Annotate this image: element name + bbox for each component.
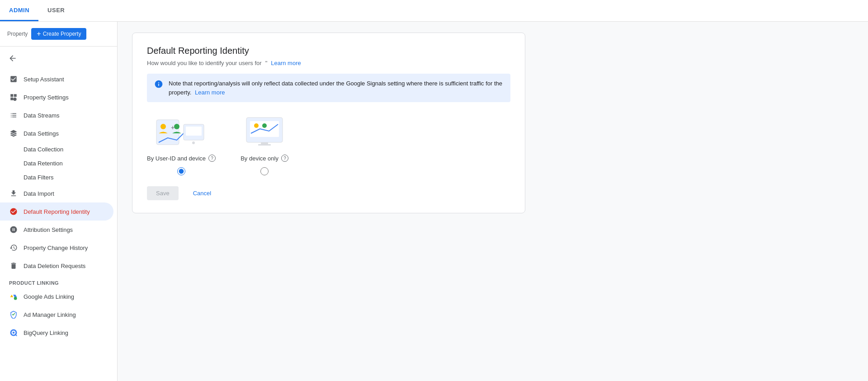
- help-icon-user-id-device[interactable]: ?: [208, 155, 216, 162]
- data-retention-label: Data Retention: [24, 160, 63, 167]
- action-row: Save Cancel: [147, 186, 510, 200]
- subtitle-quote: ": [265, 60, 268, 66]
- sidebar-item-setup-assistant[interactable]: Setup Assistant: [0, 70, 113, 88]
- identity-icon: [9, 207, 18, 216]
- help-icon-device-only[interactable]: ?: [281, 155, 288, 162]
- data-settings-label: Data Settings: [24, 130, 59, 137]
- subtitle-text: How would you like to identify your user…: [147, 60, 262, 66]
- layers-icon: [9, 129, 18, 138]
- info-banner: Note that reporting/analysis will only r…: [147, 74, 510, 102]
- top-nav: ADMIN USER: [0, 0, 868, 22]
- ad-manager-icon: [9, 310, 18, 319]
- sidebar-item-data-settings[interactable]: Data Settings: [0, 124, 113, 142]
- sidebar-item-property-settings[interactable]: Property Settings: [0, 88, 113, 106]
- illustration-device-only: [237, 113, 292, 149]
- main-content: Default Reporting Identity How would you…: [118, 22, 868, 381]
- default-reporting-identity-label: Default Reporting Identity: [24, 208, 90, 215]
- svg-rect-17: [258, 144, 271, 146]
- option-label-device-only: By device only ?: [241, 155, 288, 162]
- card-subtitle: How would you like to identify your user…: [147, 60, 510, 66]
- data-deletion-requests-label: Data Deletion Requests: [24, 263, 85, 269]
- google-ads-linking-label: Google Ads Linking: [24, 293, 74, 300]
- setup-assistant-label: Setup Assistant: [24, 76, 64, 83]
- tab-user[interactable]: USER: [38, 0, 74, 21]
- streams-icon: [9, 111, 18, 120]
- layout: Property + Create Property Setup Assista…: [0, 22, 868, 381]
- data-filters-label: Data Filters: [24, 174, 53, 181]
- property-label: Property: [7, 31, 28, 37]
- info-banner-text: Note that reporting/analysis will only r…: [169, 79, 503, 97]
- product-linking-section-label: PRODUCT LINKING: [0, 275, 117, 287]
- radio-device-only[interactable]: [260, 167, 269, 175]
- plus-icon: +: [37, 30, 41, 38]
- radio-input-user-id-device[interactable]: [177, 167, 185, 175]
- svg-rect-16: [261, 142, 268, 144]
- learn-more-link[interactable]: Learn more: [271, 60, 301, 66]
- upload-icon: [9, 189, 18, 198]
- option-label-user-id-device: By User-ID and device ?: [147, 155, 216, 162]
- svg-point-14: [254, 123, 259, 128]
- save-button[interactable]: Save: [147, 186, 179, 200]
- sidebar-item-data-streams[interactable]: Data Streams: [0, 106, 113, 124]
- google-ads-icon: [9, 292, 18, 301]
- cancel-button[interactable]: Cancel: [184, 186, 220, 200]
- info-icon: [154, 80, 163, 91]
- sidebar-sub-item-data-filters[interactable]: Data Filters: [0, 170, 113, 184]
- svg-point-11: [192, 141, 195, 144]
- illustration-user-id-device: +: [154, 113, 208, 149]
- card-title: Default Reporting Identity: [147, 46, 249, 56]
- info-banner-learn-more-link[interactable]: Learn more: [195, 89, 225, 96]
- delete-icon: [9, 261, 18, 270]
- option-device-only[interactable]: By device only ?: [237, 113, 292, 175]
- sidebar-property-header: Property + Create Property: [0, 22, 117, 47]
- back-arrow-icon: [8, 54, 17, 63]
- svg-line-4: [15, 334, 17, 336]
- svg-rect-10: [186, 127, 202, 136]
- svg-text:+: +: [171, 124, 175, 131]
- options-row: + By User-ID and d: [147, 113, 510, 175]
- svg-point-0: [14, 297, 17, 300]
- ad-manager-linking-label: Ad Manager Linking: [24, 311, 76, 318]
- sidebar-item-attribution-settings[interactable]: Attribution Settings: [0, 221, 113, 239]
- bigquery-icon: [9, 328, 18, 337]
- svg-point-15: [262, 123, 267, 128]
- data-streams-label: Data Streams: [24, 112, 59, 119]
- sidebar-item-google-ads-linking[interactable]: Google Ads Linking: [0, 287, 113, 306]
- content-card: Default Reporting Identity How would you…: [132, 33, 525, 213]
- attribution-icon: [9, 225, 18, 234]
- sidebar-item-default-reporting-identity[interactable]: Default Reporting Identity: [0, 202, 113, 221]
- settings-icon: [9, 93, 18, 102]
- sidebar-item-ad-manager-linking[interactable]: Ad Manager Linking: [0, 306, 113, 324]
- sidebar-item-property-change-history[interactable]: Property Change History: [0, 239, 113, 257]
- radio-input-device-only[interactable]: [260, 167, 269, 175]
- svg-point-3: [13, 332, 15, 334]
- history-icon: [9, 243, 18, 252]
- sidebar-item-bigquery-linking[interactable]: BigQuery Linking: [0, 324, 113, 342]
- sidebar-item-data-import[interactable]: Data Import: [0, 184, 113, 202]
- data-import-label: Data Import: [24, 190, 54, 197]
- svg-point-6: [160, 124, 166, 129]
- checklist-icon: [9, 75, 18, 84]
- sidebar-item-data-deletion-requests[interactable]: Data Deletion Requests: [0, 257, 113, 275]
- svg-point-8: [174, 124, 179, 129]
- create-property-label: Create Property: [43, 31, 81, 37]
- data-collection-label: Data Collection: [24, 146, 63, 153]
- back-button[interactable]: [5, 50, 21, 66]
- sidebar: Property + Create Property Setup Assista…: [0, 22, 118, 381]
- option-user-id-device[interactable]: + By User-ID and d: [147, 113, 216, 175]
- property-settings-label: Property Settings: [24, 94, 69, 101]
- sidebar-sub-item-data-collection[interactable]: Data Collection: [0, 142, 113, 156]
- tab-admin[interactable]: ADMIN: [0, 0, 38, 21]
- radio-user-id-device[interactable]: [177, 167, 185, 175]
- attribution-settings-label: Attribution Settings: [24, 226, 73, 233]
- property-change-history-label: Property Change History: [24, 245, 88, 251]
- bigquery-linking-label: BigQuery Linking: [24, 329, 68, 336]
- sidebar-sub-item-data-retention[interactable]: Data Retention: [0, 156, 113, 170]
- create-property-button[interactable]: + Create Property: [31, 28, 86, 40]
